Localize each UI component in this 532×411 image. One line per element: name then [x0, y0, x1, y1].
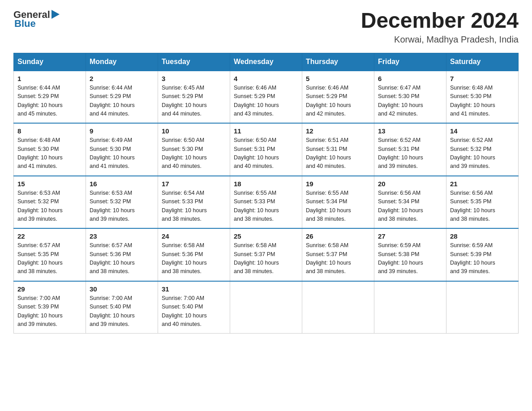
day-number: 2 — [90, 75, 154, 82]
day-number: 10 — [162, 127, 226, 135]
calendar-cell: 1Sunrise: 6:44 AMSunset: 5:29 PMDaylight… — [14, 71, 86, 124]
calendar-cell: 11Sunrise: 6:50 AMSunset: 5:31 PMDayligh… — [230, 123, 302, 176]
day-number: 3 — [162, 75, 226, 82]
calendar-cell: 18Sunrise: 6:55 AMSunset: 5:33 PMDayligh… — [230, 176, 302, 229]
calendar-header: Sunday Monday Tuesday Wednesday Thursday… — [14, 53, 519, 71]
day-info: Sunrise: 6:51 AMSunset: 5:31 PMDaylight:… — [306, 136, 370, 171]
calendar-cell — [302, 281, 374, 334]
day-info: Sunrise: 6:46 AMSunset: 5:29 PMDaylight:… — [306, 84, 370, 119]
day-info: Sunrise: 6:50 AMSunset: 5:31 PMDaylight:… — [234, 136, 298, 171]
calendar-week-row: 8Sunrise: 6:48 AMSunset: 5:30 PMDaylight… — [14, 123, 519, 176]
calendar-body: 1Sunrise: 6:44 AMSunset: 5:29 PMDaylight… — [14, 71, 519, 334]
calendar-cell: 19Sunrise: 6:55 AMSunset: 5:34 PMDayligh… — [302, 176, 374, 229]
day-info: Sunrise: 6:45 AMSunset: 5:29 PMDaylight:… — [162, 84, 226, 119]
logo-block: General Blue — [13, 9, 60, 30]
day-number: 20 — [378, 180, 442, 188]
day-info: Sunrise: 6:46 AMSunset: 5:29 PMDaylight:… — [234, 84, 298, 119]
col-sunday: Sunday — [14, 53, 86, 71]
day-number: 26 — [306, 232, 370, 240]
header-row: Sunday Monday Tuesday Wednesday Thursday… — [14, 53, 519, 71]
day-info: Sunrise: 6:50 AMSunset: 5:30 PMDaylight:… — [162, 136, 226, 171]
day-number: 9 — [90, 127, 154, 135]
calendar-cell: 20Sunrise: 6:56 AMSunset: 5:34 PMDayligh… — [374, 176, 446, 229]
day-info: Sunrise: 6:52 AMSunset: 5:32 PMDaylight:… — [450, 136, 515, 171]
day-number: 16 — [90, 180, 154, 188]
day-number: 13 — [378, 127, 442, 135]
location-subtitle: Korwai, Madhya Pradesh, India — [361, 34, 519, 45]
day-info: Sunrise: 6:49 AMSunset: 5:30 PMDaylight:… — [90, 136, 154, 171]
calendar-cell: 17Sunrise: 6:54 AMSunset: 5:33 PMDayligh… — [158, 176, 230, 229]
calendar-week-row: 29Sunrise: 7:00 AMSunset: 5:39 PMDayligh… — [14, 281, 519, 334]
col-saturday: Saturday — [446, 53, 519, 71]
calendar-cell: 26Sunrise: 6:58 AMSunset: 5:37 PMDayligh… — [302, 228, 374, 281]
day-info: Sunrise: 6:59 AMSunset: 5:38 PMDaylight:… — [378, 241, 442, 276]
calendar-cell: 10Sunrise: 6:50 AMSunset: 5:30 PMDayligh… — [158, 123, 230, 176]
calendar-cell: 16Sunrise: 6:53 AMSunset: 5:32 PMDayligh… — [86, 176, 158, 229]
svg-marker-0 — [51, 10, 60, 19]
day-number: 5 — [306, 75, 370, 82]
logo: General Blue — [13, 9, 60, 30]
logo-arrow-icon — [51, 10, 60, 19]
day-number: 6 — [378, 75, 442, 82]
day-info: Sunrise: 6:48 AMSunset: 5:30 PMDaylight:… — [17, 136, 82, 171]
day-number: 31 — [162, 285, 226, 293]
day-number: 23 — [90, 232, 154, 240]
day-info: Sunrise: 6:56 AMSunset: 5:35 PMDaylight:… — [450, 189, 515, 224]
day-number: 19 — [306, 180, 370, 188]
day-info: Sunrise: 6:53 AMSunset: 5:32 PMDaylight:… — [90, 189, 154, 224]
col-tuesday: Tuesday — [158, 53, 230, 71]
calendar-table: Sunday Monday Tuesday Wednesday Thursday… — [13, 53, 519, 334]
month-title: December 2024 — [361, 9, 519, 33]
day-info: Sunrise: 6:56 AMSunset: 5:34 PMDaylight:… — [378, 189, 442, 224]
calendar-cell: 5Sunrise: 6:46 AMSunset: 5:29 PMDaylight… — [302, 71, 374, 124]
page-header: General Blue December 2024 Korwai, Madhy… — [13, 9, 519, 45]
day-info: Sunrise: 6:44 AMSunset: 5:29 PMDaylight:… — [90, 84, 154, 119]
calendar-cell: 7Sunrise: 6:48 AMSunset: 5:30 PMDaylight… — [446, 71, 519, 124]
calendar-week-row: 22Sunrise: 6:57 AMSunset: 5:35 PMDayligh… — [14, 228, 519, 281]
calendar-cell: 27Sunrise: 6:59 AMSunset: 5:38 PMDayligh… — [374, 228, 446, 281]
calendar-cell: 9Sunrise: 6:49 AMSunset: 5:30 PMDaylight… — [86, 123, 158, 176]
calendar-cell: 30Sunrise: 7:00 AMSunset: 5:40 PMDayligh… — [86, 281, 158, 334]
day-info: Sunrise: 6:57 AMSunset: 5:36 PMDaylight:… — [90, 241, 154, 276]
day-number: 24 — [162, 232, 226, 240]
calendar-cell: 13Sunrise: 6:52 AMSunset: 5:31 PMDayligh… — [374, 123, 446, 176]
calendar-cell: 4Sunrise: 6:46 AMSunset: 5:29 PMDaylight… — [230, 71, 302, 124]
day-info: Sunrise: 6:44 AMSunset: 5:29 PMDaylight:… — [17, 84, 82, 119]
col-monday: Monday — [86, 53, 158, 71]
day-number: 15 — [17, 180, 82, 188]
day-number: 30 — [90, 285, 154, 293]
day-number: 18 — [234, 180, 298, 188]
calendar-cell: 12Sunrise: 6:51 AMSunset: 5:31 PMDayligh… — [302, 123, 374, 176]
day-info: Sunrise: 6:58 AMSunset: 5:37 PMDaylight:… — [234, 241, 298, 276]
day-number: 12 — [306, 127, 370, 135]
calendar-cell: 23Sunrise: 6:57 AMSunset: 5:36 PMDayligh… — [86, 228, 158, 281]
day-info: Sunrise: 7:00 AMSunset: 5:39 PMDaylight:… — [17, 294, 82, 329]
day-info: Sunrise: 6:58 AMSunset: 5:37 PMDaylight:… — [306, 241, 370, 276]
calendar-cell — [446, 281, 519, 334]
day-info: Sunrise: 6:57 AMSunset: 5:35 PMDaylight:… — [17, 241, 82, 276]
calendar-cell: 15Sunrise: 6:53 AMSunset: 5:32 PMDayligh… — [14, 176, 86, 229]
day-info: Sunrise: 6:58 AMSunset: 5:36 PMDaylight:… — [162, 241, 226, 276]
calendar-cell: 22Sunrise: 6:57 AMSunset: 5:35 PMDayligh… — [14, 228, 86, 281]
calendar-cell: 14Sunrise: 6:52 AMSunset: 5:32 PMDayligh… — [446, 123, 519, 176]
day-info: Sunrise: 6:48 AMSunset: 5:30 PMDaylight:… — [450, 84, 515, 119]
calendar-cell: 2Sunrise: 6:44 AMSunset: 5:29 PMDaylight… — [86, 71, 158, 124]
day-info: Sunrise: 6:55 AMSunset: 5:34 PMDaylight:… — [306, 189, 370, 224]
col-thursday: Thursday — [302, 53, 374, 71]
calendar-cell: 3Sunrise: 6:45 AMSunset: 5:29 PMDaylight… — [158, 71, 230, 124]
day-number: 4 — [234, 75, 298, 82]
day-number: 27 — [378, 232, 442, 240]
calendar-cell: 29Sunrise: 7:00 AMSunset: 5:39 PMDayligh… — [14, 281, 86, 334]
day-number: 25 — [234, 232, 298, 240]
day-number: 14 — [450, 127, 515, 135]
calendar-cell: 8Sunrise: 6:48 AMSunset: 5:30 PMDaylight… — [14, 123, 86, 176]
day-info: Sunrise: 7:00 AMSunset: 5:40 PMDaylight:… — [162, 294, 226, 329]
calendar-cell: 21Sunrise: 6:56 AMSunset: 5:35 PMDayligh… — [446, 176, 519, 229]
col-wednesday: Wednesday — [230, 53, 302, 71]
day-info: Sunrise: 6:55 AMSunset: 5:33 PMDaylight:… — [234, 189, 298, 224]
day-info: Sunrise: 7:00 AMSunset: 5:40 PMDaylight:… — [90, 294, 154, 329]
calendar-cell — [230, 281, 302, 334]
calendar-week-row: 1Sunrise: 6:44 AMSunset: 5:29 PMDaylight… — [14, 71, 519, 124]
col-friday: Friday — [374, 53, 446, 71]
calendar-cell — [374, 281, 446, 334]
